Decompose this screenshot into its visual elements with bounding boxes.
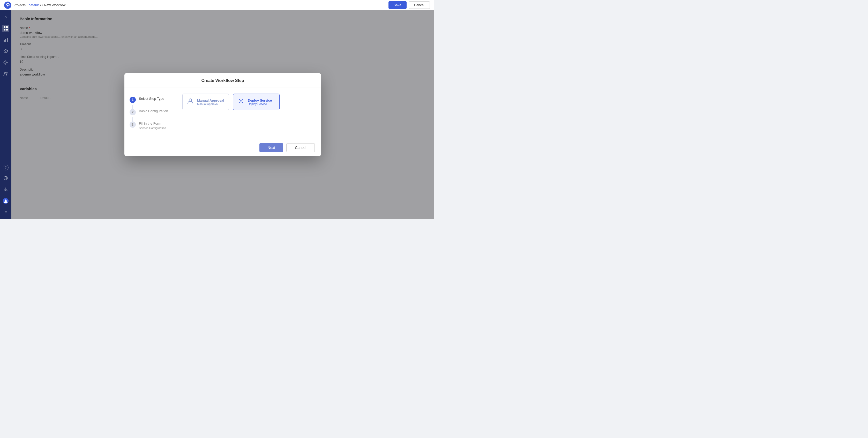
- breadcrumb-dropdown-icon[interactable]: ▾: [40, 4, 41, 6]
- deploy-service-subtitle: Deploy Service: [248, 102, 272, 105]
- manual-approval-title: Manual Approval: [197, 98, 224, 102]
- deploy-service-card[interactable]: Deploy Service Deploy Service: [233, 94, 280, 110]
- manual-approval-text: Manual Approval Manual Approval: [197, 98, 224, 105]
- svg-point-22: [240, 100, 242, 102]
- save-button[interactable]: Save: [389, 1, 407, 9]
- type-cards-container: Manual Approval Manual Approval: [182, 94, 315, 110]
- step-3-item: 3 Fill in the Form Service Configuration: [124, 118, 176, 133]
- svg-rect-2: [4, 26, 5, 28]
- step-1-content: Manual Approval Manual Approval: [176, 87, 321, 139]
- step-3-number: 3: [130, 122, 136, 128]
- step-1-number: 1: [130, 97, 136, 103]
- breadcrumb-separator: [27, 3, 28, 7]
- breadcrumb-sep: /: [42, 3, 43, 7]
- modal-overlay: Create Workflow Step 1 Select Step Type: [11, 10, 434, 219]
- sidebar-item-user[interactable]: [2, 197, 9, 205]
- svg-rect-7: [5, 39, 6, 42]
- step-3-sublabel: Service Configuration: [139, 126, 166, 129]
- next-button[interactable]: Next: [259, 143, 283, 152]
- sidebar-item-globe[interactable]: [2, 175, 9, 182]
- sidebar-bottom: ? ≡: [2, 165, 9, 216]
- main-layout: ⌂: [0, 10, 434, 219]
- breadcrumb-section: Projects: [13, 3, 26, 7]
- modal-header: Create Workflow Step: [124, 73, 321, 87]
- svg-rect-6: [4, 40, 5, 42]
- step-2-item: 2 Basic Configuration: [124, 106, 176, 118]
- svg-rect-8: [7, 38, 8, 42]
- step-1-label: Select Step Type: [139, 97, 164, 101]
- sidebar-item-home[interactable]: ⌂: [2, 13, 9, 21]
- step-2-label: Basic Configuration: [139, 109, 168, 114]
- step-1-item: 1 Select Step Type: [124, 94, 176, 106]
- svg-point-1: [7, 5, 8, 6]
- sidebar-item-menu[interactable]: ≡: [2, 209, 9, 216]
- manual-approval-card[interactable]: Manual Approval Manual Approval: [182, 94, 229, 110]
- person-icon: [187, 97, 194, 106]
- create-workflow-step-modal: Create Workflow Step 1 Select Step Type: [124, 73, 321, 156]
- cancel-modal-button[interactable]: Cancel: [286, 143, 315, 152]
- modal-footer: Next Cancel: [124, 139, 321, 156]
- top-nav: Projects default ▾ / New Workflow Save C…: [0, 0, 434, 10]
- sidebar-item-download[interactable]: [2, 186, 9, 193]
- step-1-text: Select Step Type: [139, 97, 164, 101]
- breadcrumb-current: New Workflow: [44, 3, 65, 7]
- deploy-service-text: Deploy Service Deploy Service: [248, 98, 272, 105]
- deploy-service-icon: [238, 97, 245, 106]
- svg-point-20: [5, 199, 7, 201]
- cancel-top-button[interactable]: Cancel: [409, 1, 430, 9]
- svg-line-11: [4, 51, 6, 51]
- step-3-label: Fill in the Form: [139, 122, 166, 126]
- breadcrumb-project[interactable]: default: [29, 3, 39, 7]
- svg-point-15: [6, 72, 7, 73]
- nav-right: Save Cancel: [389, 1, 430, 9]
- modal-steps-sidebar: 1 Select Step Type 2 Basic Configuration: [124, 87, 176, 139]
- manual-approval-subtitle: Manual Approval: [197, 102, 224, 105]
- sidebar-item-help[interactable]: ?: [3, 165, 8, 170]
- svg-point-13: [5, 62, 6, 63]
- svg-rect-5: [6, 29, 8, 31]
- step-2-number: 2: [130, 109, 136, 115]
- svg-line-10: [6, 51, 7, 51]
- svg-rect-4: [4, 29, 5, 31]
- sidebar-item-package[interactable]: [2, 48, 9, 55]
- step-2-text: Basic Configuration: [139, 109, 168, 114]
- sidebar-item-grid[interactable]: [2, 25, 9, 32]
- step-3-text: Fill in the Form Service Configuration: [139, 122, 166, 129]
- deploy-service-title: Deploy Service: [248, 98, 272, 102]
- content-area: Basic Information Name • demo-workflow C…: [11, 10, 434, 219]
- modal-body: 1 Select Step Type 2 Basic Configuration: [124, 87, 321, 139]
- svg-point-14: [4, 72, 6, 74]
- logo-icon: [4, 2, 11, 9]
- sidebar: ⌂: [0, 10, 11, 219]
- sidebar-item-chart[interactable]: [2, 36, 9, 43]
- sidebar-item-settings[interactable]: [2, 59, 9, 66]
- modal-title: Create Workflow Step: [201, 79, 244, 83]
- breadcrumb: Projects default ▾ / New Workflow: [13, 3, 65, 7]
- sidebar-item-people[interactable]: [2, 70, 9, 77]
- nav-left: Projects default ▾ / New Workflow: [4, 2, 65, 9]
- svg-rect-3: [6, 26, 8, 28]
